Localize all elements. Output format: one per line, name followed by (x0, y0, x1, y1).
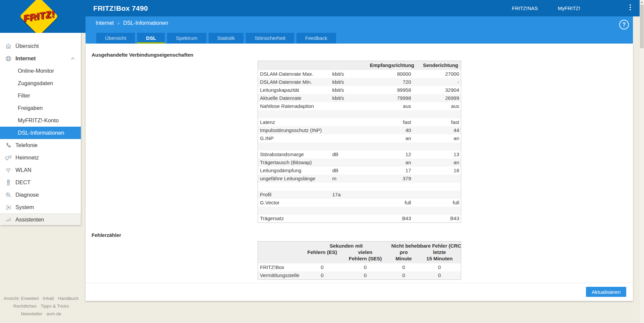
table-cell: Aktuelle Datenrate (258, 94, 331, 102)
table-row: FRITZ!Box0000 (258, 263, 461, 271)
table-cell: Impulsstörungsschutz (INP) (258, 126, 331, 134)
table-cell: Nahtlose Ratenadaption (258, 102, 331, 110)
tab-uebersicht[interactable]: Übersicht (96, 33, 135, 44)
home-icon (4, 43, 12, 50)
breadcrumb-section[interactable]: Internet (96, 20, 114, 26)
table-cell: 32904 (414, 86, 461, 94)
table-row: G.INP anan (258, 134, 461, 142)
table-cell: 80000 (368, 70, 414, 78)
table-cell: Profil (258, 191, 331, 199)
tab-feedback[interactable]: Feedback (297, 33, 336, 44)
table-cell: 17 (368, 167, 414, 175)
fritznas-link[interactable]: FRITZ!NAS (512, 0, 538, 16)
sidebar-item-label: DSL-Informationen (18, 130, 64, 136)
footer-link-newsletter[interactable]: Newsletter (21, 311, 42, 316)
wizard-icon (4, 216, 12, 223)
sidebar-item-übersicht[interactable]: Übersicht (0, 40, 81, 52)
tab-spektrum[interactable]: Spektrum (167, 33, 206, 44)
sidebar-item-dsl-informationen[interactable]: DSL-Informationen (0, 127, 81, 139)
sidebar-item-zugangsdaten[interactable]: Zugangsdaten (0, 77, 81, 89)
sidebar-item-wlan[interactable]: WLAN (0, 164, 81, 176)
sidebar-item-heimnetz[interactable]: Heimnetz (0, 151, 81, 164)
table-cell: Leitungsdämpfung (258, 167, 331, 175)
sidebar-item-internet[interactable]: Internet (0, 52, 81, 65)
table-cell: an (414, 158, 461, 167)
footer-link-handbuch[interactable]: Handbuch (58, 296, 79, 301)
sidebar-item-assistenten[interactable]: Assistenten (0, 213, 81, 225)
footer-link-tipps[interactable]: Tipps & Tricks (41, 304, 69, 309)
sidebar-item-diagnose[interactable]: Diagnose (0, 189, 81, 201)
group-header-crc: Nicht behebbare Fehler (CRC) (389, 242, 461, 249)
sidebar-item-online-monitor[interactable]: Online-Monitor (0, 65, 81, 77)
table-cell: 18 (414, 167, 461, 175)
table-cell: 40 (368, 126, 414, 134)
table-row: StörabstandsmargedB1213 (258, 150, 461, 158)
scrollbar[interactable] (640, 0, 644, 323)
row-label: Vermittlungsstelle (258, 271, 303, 279)
sidebar-item-telefonie[interactable]: Telefonie (0, 139, 81, 151)
table-cell: 13 (414, 150, 461, 158)
chevron-up-icon[interactable] (70, 56, 76, 62)
col-header-senderichtung: Senderichtung (414, 61, 461, 70)
table-cell: fast (368, 118, 414, 126)
table-cell: an (414, 134, 461, 142)
sidebar-item-myfritz-konto[interactable]: MyFRITZ!-Konto (0, 114, 81, 127)
logo-block: FRITZ! (0, 0, 86, 33)
connection-properties-table: EmpfangsrichtungSenderichtungDSLAM-Daten… (258, 61, 461, 223)
card-footer: Aktualisieren (86, 283, 633, 301)
tab-dsl[interactable]: DSL (137, 33, 165, 44)
footer-link-inhalt[interactable]: Inhalt (43, 296, 54, 301)
table-cell: DSLAM-Datenrate Min. (258, 78, 331, 86)
table-cell: kbit/s (331, 78, 368, 86)
banner: Internet › DSL-Informationen ? Übersicht… (86, 16, 633, 44)
table-cell (368, 183, 414, 191)
sidebar-item-label: Filter (18, 92, 30, 99)
myfritz-link[interactable]: MyFRITZ! (558, 0, 580, 16)
table-cell: aus (414, 102, 461, 110)
table-row: Impulsstörungsschutz (INP) 4044 (258, 126, 461, 134)
table-cell: full (414, 199, 461, 207)
row-label: FRITZ!Box (258, 263, 303, 271)
section-title-connection: Ausgehandelte Verbindungseigenschaften (92, 52, 193, 58)
sidebar-item-freigaben[interactable]: Freigaben (0, 102, 81, 114)
table-cell: 27000 (414, 70, 461, 78)
table-cell: 0 (389, 263, 418, 271)
tab-stoersicherheit[interactable]: Störsicherheit (246, 33, 294, 44)
table-cell: ungefähre Leitungslänge (258, 175, 331, 183)
col-header: vielenFehlern (SES) (341, 249, 389, 263)
sidebar-item-label: DECT (15, 179, 31, 186)
top-header-bar: FRITZ!Box 7490 FRITZ!NAS MyFRITZ! (0, 0, 640, 16)
tab-bar: Übersicht DSL Spektrum Statistik Störsic… (96, 33, 336, 44)
table-cell (368, 207, 414, 215)
breadcrumb-separator-icon: › (118, 20, 119, 26)
footer-link-avm[interactable]: avm.de (46, 311, 61, 316)
sidebar-item-dect[interactable]: DECT (0, 176, 81, 189)
refresh-button[interactable]: Aktualisieren (586, 287, 626, 297)
kebab-menu-icon[interactable] (628, 4, 633, 12)
table-row: Aktuelle Datenratekbit/s7999826999 (258, 94, 461, 102)
table-row: ungefähre Leitungslängem379 (258, 175, 461, 183)
wifi-icon (4, 167, 12, 174)
table-cell (331, 199, 368, 207)
footer-link-rechtliches[interactable]: Rechtliches (13, 304, 37, 309)
table-cell: 0 (418, 271, 461, 279)
table-cell: dB (331, 150, 368, 158)
table-cell (414, 191, 461, 199)
help-icon[interactable]: ? (619, 20, 629, 29)
table-cell: an (368, 158, 414, 167)
table-cell: 44 (414, 126, 461, 134)
sidebar-item-label: Assistenten (15, 216, 44, 223)
table-cell: an (368, 134, 414, 142)
table-cell: Trägersatz (258, 215, 331, 223)
col-header: Fehlern (ES) (303, 249, 341, 263)
tab-statistik[interactable]: Statistik (209, 33, 244, 44)
table-cell (331, 183, 368, 191)
sidebar-item-filter[interactable]: Filter (0, 89, 81, 102)
sidebar-item-label: MyFRITZ!-Konto (18, 117, 59, 124)
sidebar-item-system[interactable]: System (0, 201, 81, 213)
section-title-errors: Fehlerzähler (92, 232, 121, 238)
scrollbar-thumb[interactable] (640, 5, 644, 48)
footer-link-ansicht[interactable]: Ansicht: Erweitert (4, 296, 39, 301)
sidebar-item-label: Online-Monitor (18, 68, 54, 74)
scroll-up-icon[interactable] (641, 1, 643, 3)
